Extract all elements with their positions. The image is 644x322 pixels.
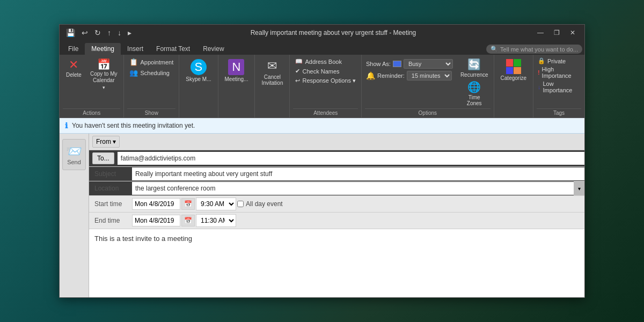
- tell-me-search[interactable]: 🔍 Tell me what you want to do...: [486, 45, 582, 54]
- delete-button[interactable]: ✕ Delete: [63, 57, 85, 80]
- meeting-notes-content: N Meeting...: [222, 57, 252, 107]
- scheduling-label: Scheduling: [140, 70, 169, 76]
- ribbon-group-options: Show As: Busy Free Tentative Out of Offi…: [362, 55, 494, 118]
- ribbon-group-cancel: ✉ CancelInvitation x: [255, 55, 290, 118]
- private-button[interactable]: 🔒 Private: [537, 57, 581, 65]
- ribbon-group-skype: S Skype M... x: [179, 55, 218, 118]
- low-importance-icon: ↓: [538, 84, 541, 90]
- info-message: You haven't sent this meeting invitation…: [72, 122, 195, 129]
- options-label: Options: [365, 108, 491, 118]
- categorize-icon: [506, 59, 521, 74]
- subject-label: Subject: [89, 167, 132, 181]
- check-names-button[interactable]: ✔ Check Names: [293, 67, 358, 76]
- info-bar: ℹ You haven't sent this meeting invitati…: [60, 118, 584, 134]
- show-stacked: 📋 Appointment 👥 Scheduling: [127, 57, 175, 78]
- restore-button[interactable]: ❐: [549, 27, 564, 38]
- ribbon-group-attendees: 📖 Address Book ✔ Check Names ↩ Response …: [290, 55, 362, 118]
- high-importance-button[interactable]: ! High Importance: [537, 65, 581, 79]
- reminder-select[interactable]: 15 minutes None 5 minutes 30 minutes 1 h…: [407, 71, 452, 80]
- save-icon[interactable]: 💾: [64, 27, 77, 38]
- send-button[interactable]: 📨 Send: [62, 139, 86, 170]
- tab-format-text[interactable]: Format Text: [150, 43, 196, 55]
- minimize-button[interactable]: —: [533, 27, 548, 38]
- end-date-input[interactable]: [132, 215, 180, 226]
- appointment-button[interactable]: 📋 Appointment: [127, 57, 175, 67]
- skype-icon: S: [191, 59, 207, 75]
- show-as-select[interactable]: Busy Free Tentative Out of Office: [404, 59, 453, 69]
- to-row: To...: [89, 150, 584, 167]
- start-time-area: 📅 9:30 AM 9:00 AM 10:00 AM 10:30 AM All …: [132, 196, 283, 212]
- high-importance-icon: !: [538, 69, 540, 76]
- tab-review[interactable]: Review: [196, 43, 230, 55]
- close-button[interactable]: ✕: [565, 27, 580, 38]
- subject-input[interactable]: [132, 167, 584, 180]
- redo-icon[interactable]: ↻: [92, 27, 103, 38]
- tags-content: 🔒 Private ! High Importance ↓ Low Import…: [537, 57, 581, 107]
- end-time-select[interactable]: 11:30 AM 10:00 AM 11:00 AM 12:00 PM: [196, 214, 236, 227]
- undo-icon[interactable]: ↩: [79, 27, 90, 38]
- from-button[interactable]: From ▾: [92, 136, 120, 148]
- start-calendar-button[interactable]: 📅: [181, 198, 195, 210]
- low-importance-button[interactable]: ↓ Low Importance: [537, 80, 581, 94]
- address-book-button[interactable]: 📖 Address Book: [293, 57, 358, 66]
- low-importance-label: Low Importance: [543, 80, 580, 93]
- to-input[interactable]: [118, 152, 584, 165]
- send-panel: 📨 Send: [60, 134, 89, 297]
- calendar-icon: 📅: [97, 59, 111, 70]
- allday-text: All day event: [246, 200, 283, 208]
- scheduling-icon: 👥: [129, 69, 138, 77]
- location-row: Location ▾: [89, 181, 584, 196]
- outlook-window: 💾 ↩ ↻ ↑ ↓ ▸ Really important meeting abo…: [59, 24, 585, 298]
- notes-icon: N: [228, 59, 244, 75]
- up-icon[interactable]: ↑: [105, 27, 113, 38]
- tags-stacked: 🔒 Private ! High Importance ↓ Low Import…: [537, 57, 581, 94]
- recurrence-timezone: 🔄 Recurrence 🌐 TimeZones: [458, 57, 491, 107]
- cancel-invitation-button[interactable]: ✉ CancelInvitation: [258, 57, 286, 88]
- cancel-icon: ✉: [267, 59, 277, 73]
- recurrence-button[interactable]: 🔄 Recurrence: [458, 57, 491, 79]
- search-placeholder: Tell me what you want to do...: [500, 46, 578, 53]
- check-names-icon: ✔: [295, 68, 300, 75]
- response-options-button[interactable]: ↩ Response Options ▾: [293, 76, 358, 85]
- meeting-notes-button[interactable]: N Meeting...: [222, 57, 252, 84]
- actions-label: Actions: [63, 108, 120, 118]
- send-label: Send: [67, 159, 81, 165]
- show-content: 📋 Appointment 👥 Scheduling: [127, 57, 175, 107]
- categorize-button[interactable]: Categorize: [497, 57, 530, 83]
- appointment-label: Appointment: [140, 59, 173, 65]
- more-icon[interactable]: ▸: [126, 27, 134, 38]
- from-row: From ▾: [89, 134, 584, 150]
- location-dropdown-icon[interactable]: ▾: [574, 181, 584, 195]
- tab-file[interactable]: File: [62, 43, 85, 55]
- ribbon-tab-bar: File Meeting Insert Format Text Review 🔍…: [60, 41, 584, 55]
- down-icon[interactable]: ↓: [115, 27, 123, 38]
- time-zones-button[interactable]: 🌐 TimeZones: [458, 79, 491, 107]
- scheduling-button[interactable]: 👥 Scheduling: [127, 68, 175, 78]
- check-names-label: Check Names: [302, 68, 339, 75]
- tab-meeting[interactable]: Meeting: [85, 43, 121, 55]
- start-date-input[interactable]: [132, 198, 180, 210]
- location-input[interactable]: [132, 182, 574, 195]
- start-time-select[interactable]: 9:30 AM 9:00 AM 10:00 AM 10:30 AM: [196, 197, 236, 210]
- reminder-check-icon: 🔔: [366, 71, 375, 80]
- subject-row: Subject: [89, 167, 584, 181]
- copy-label: Copy to MyCalendar: [90, 71, 118, 84]
- ribbon: ✕ Delete 📅 Copy to MyCalendar ▾ Actions …: [60, 55, 584, 118]
- window-title: Really important meeting about very urge…: [134, 29, 533, 36]
- allday-checkbox[interactable]: [237, 201, 244, 207]
- show-as-label: Show As:: [366, 61, 391, 67]
- skype-meeting-button[interactable]: S Skype M...: [182, 57, 214, 84]
- notes-label: Meeting...: [225, 76, 248, 82]
- tab-insert[interactable]: Insert: [121, 43, 150, 55]
- private-icon: 🔒: [538, 57, 545, 64]
- end-calendar-button[interactable]: 📅: [181, 215, 195, 226]
- end-time-label: End time: [89, 214, 132, 228]
- time-zones-icon: 🌐: [467, 80, 481, 93]
- to-button[interactable]: To...: [92, 152, 114, 164]
- options-content: Show As: Busy Free Tentative Out of Offi…: [365, 57, 491, 107]
- body-area[interactable]: This is a test invite to a meeting: [89, 229, 584, 297]
- private-label: Private: [547, 58, 566, 64]
- title-bar-controls: 💾 ↩ ↻ ↑ ↓ ▸: [64, 27, 134, 38]
- form-section: From ▾ To... Subject Location ▾ Start ti…: [89, 134, 584, 297]
- copy-to-calendar-button[interactable]: 📅 Copy to MyCalendar ▾: [87, 57, 121, 92]
